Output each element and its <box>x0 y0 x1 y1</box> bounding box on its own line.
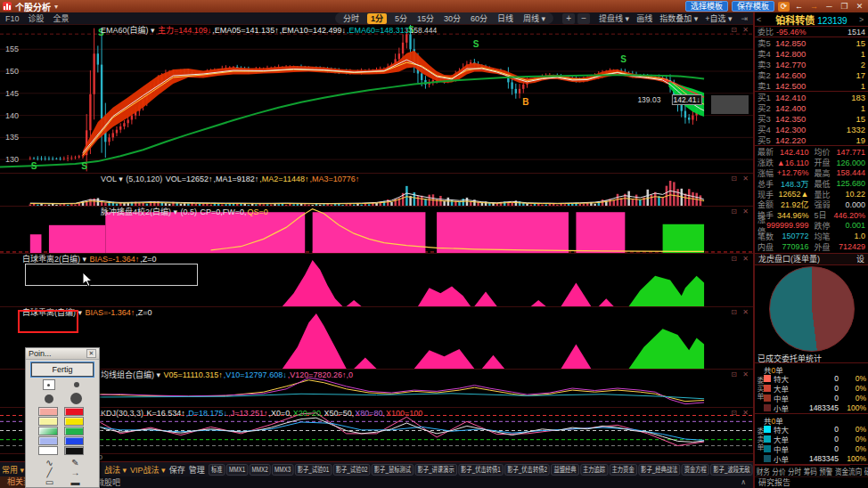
indicator-name-dropdown[interactable]: 脉冲擒盘4校2(白编) ▾ <box>101 207 177 216</box>
pen-size-large[interactable] <box>45 394 53 403</box>
tool-button[interactable]: 指数叠加 ▾ <box>659 12 698 24</box>
template-tab[interactable]: 影子_试验02 <box>332 464 370 476</box>
period-tab-30分[interactable]: 30分 <box>442 13 463 24</box>
palette-color-swatch[interactable] <box>38 427 58 435</box>
palette-color-swatch[interactable] <box>64 436 84 445</box>
palette-close-icon[interactable]: ✕ <box>86 349 96 358</box>
tool-button[interactable]: +自选 ▾ <box>705 12 732 24</box>
zoom-in-button[interactable]: + <box>562 13 575 24</box>
indicator-name-dropdown[interactable]: EMA60(白编) ▾ <box>101 26 155 35</box>
refresh-icon[interactable]: ⟳ <box>778 2 790 12</box>
quote-tab-分价[interactable]: 分价 <box>772 466 785 477</box>
period-tab-周线[interactable]: 周线 ▾ <box>521 13 547 24</box>
palette-color-swatch[interactable] <box>38 436 58 445</box>
forward-icon[interactable]: → <box>808 2 820 12</box>
back-icon[interactable]: ← <box>793 2 805 12</box>
palette-color-swatch[interactable] <box>64 446 84 455</box>
template-tab[interactable]: 影子_伏击转债2 <box>504 464 550 476</box>
bid-row[interactable]: 买5142.22019 <box>755 134 868 145</box>
close-icon[interactable]: ✕ <box>854 2 865 12</box>
period-tab-1分[interactable]: 1分 <box>367 13 387 24</box>
save-template-button[interactable]: 保存模板 <box>732 1 774 12</box>
palette-done-button[interactable]: Fertig <box>31 362 94 377</box>
quote-tab-预警[interactable]: 预警 <box>819 466 832 477</box>
period-tab-分时[interactable]: 分时 <box>341 13 361 24</box>
palette-color-swatch[interactable] <box>38 407 58 416</box>
panel-kdj-indicator[interactable]: KDJ(30,3,3) K=16.534↑,D=18.175↓,J=13.251… <box>0 408 753 454</box>
panel-control-icons[interactable]: ⊡ ✕ <box>731 308 750 316</box>
indicator-name-dropdown[interactable]: 白球乖离2(白编) ▾ <box>22 255 86 264</box>
strategy-menu-button[interactable]: 战法 ▾ <box>104 464 127 476</box>
indicator-name-dropdown[interactable]: VOL ▾ <box>101 175 123 183</box>
palette-tool-icon[interactable]: ✎ <box>64 458 86 468</box>
prev-stock-icon[interactable]: < <box>757 15 764 24</box>
palette-color-swatch[interactable] <box>38 417 58 426</box>
vip-strategy-menu-button[interactable]: VIP战法 ▾ <box>130 464 166 476</box>
panel-volume[interactable]: VOL ▾ (5,10,120) VOL=12652↑,MA1=9182↑,MA… <box>0 174 753 207</box>
template-tab[interactable]: 主力追踪 <box>580 464 608 476</box>
palette-tool-icon[interactable]: ▭ <box>38 477 61 487</box>
common-menu-button[interactable]: 常用 ▾ <box>2 464 24 476</box>
diagnose-button[interactable]: 诊股 <box>29 12 45 24</box>
template-tab[interactable]: MMX1 <box>226 464 248 476</box>
quote-tab-资金流向[interactable]: 资金流向 <box>835 466 862 477</box>
palette-color-swatch[interactable] <box>64 427 84 435</box>
f10-button[interactable]: F10 <box>5 14 20 23</box>
zoom-out-button[interactable]: − <box>577 13 590 24</box>
panel-pulse-indicator[interactable]: 脉冲擒盘4校2(白编) ▾ (0.5) CP=0,FW=0,QS=0⊡ ✕ <box>0 207 753 254</box>
quote-tab-财务[interactable]: 财务 <box>757 466 770 477</box>
palette-color-swatch[interactable] <box>38 446 58 455</box>
panel-bias-indicator[interactable]: 白球乖离(自编) ▾ BIAS=-1.364↑,Z=0⊡ ✕ <box>0 307 753 370</box>
annotation-palette-window[interactable]: Poin... ✕ Fertig ∿✎╱→▭▬ <box>25 347 100 488</box>
period-tab-5分[interactable]: 5分 <box>393 13 409 24</box>
period-tab-15分[interactable]: 15分 <box>415 13 436 24</box>
indicator-name-dropdown[interactable]: KDJ(30,3,3) <box>101 409 143 418</box>
pen-size-small[interactable] <box>43 379 55 390</box>
weiguba-tab[interactable]: 微股吧 <box>96 476 120 488</box>
palette-tool-icon[interactable]: → <box>64 468 86 477</box>
period-tab-60分[interactable]: 60分 <box>469 13 489 24</box>
palette-color-swatch[interactable] <box>64 407 84 416</box>
quote-tab-筹码[interactable]: 筹码 <box>804 466 817 477</box>
palette-title-bar[interactable]: Poin... ✕ <box>26 348 99 360</box>
pen-size-xlarge[interactable] <box>70 393 82 404</box>
palette-tool-icon[interactable]: ∿ <box>38 458 61 468</box>
palette-color-swatch[interactable] <box>64 417 84 426</box>
template-tab[interactable]: 标准 <box>209 464 225 476</box>
settings-button[interactable]: 设 <box>856 253 864 264</box>
template-tab[interactable]: 主力资金 <box>609 464 636 476</box>
period-tab-日线[interactable]: 日线 <box>495 13 515 24</box>
template-tab[interactable]: 资金方程 <box>681 464 708 476</box>
panel-control-icons[interactable]: ⊡ ✕ <box>731 255 750 263</box>
restore-icon[interactable]: ❐ <box>839 2 850 12</box>
quote-tab-分时[interactable]: 分时 <box>788 466 801 477</box>
panel-control-icons[interactable]: ⊡ ✕ <box>731 26 750 34</box>
template-tab[interactable]: MMX3 <box>272 464 293 476</box>
template-tab[interactable]: 影子_伏击转债1 <box>458 464 504 476</box>
panel-control-icons[interactable]: ⊡ ✕ <box>731 175 750 183</box>
save-button[interactable]: 保存 <box>169 464 185 476</box>
template-tab[interactable]: 影子_试验01 <box>294 464 332 476</box>
panel-ma-combo-indicator[interactable]: 均线组合(自编) ▾ V05=11110.315↑,V10=12797.608↓… <box>0 370 753 408</box>
panorama-button[interactable]: 全景 <box>53 12 70 24</box>
quote-tab-研评[interactable]: 研评 <box>864 466 868 477</box>
template-tab[interactable]: 影子_经典战法 <box>638 464 680 476</box>
tool-button[interactable]: 画线 <box>636 12 652 24</box>
template-tab[interactable]: 益盟经典 <box>551 464 578 476</box>
palette-tool-icon[interactable]: ╱ <box>38 468 61 477</box>
template-tab[interactable]: 影子_鼠标测试 <box>372 464 414 476</box>
palette-tool-icon[interactable]: ▬ <box>64 477 86 487</box>
tool-button[interactable]: 提盘线 ▾ <box>599 12 629 24</box>
minimize-icon[interactable]: ─ <box>823 2 835 12</box>
indicator-name-dropdown[interactable]: 均线组合(自编) ▾ <box>101 370 160 379</box>
collapse-right-panel-icon[interactable]: ⇥ <box>741 14 748 23</box>
panel-main-kline[interactable]: SSSSSSB158.444139.03142.41↓1551501451401… <box>0 25 753 174</box>
template-tab[interactable]: 影子_讲课演示 <box>414 464 456 476</box>
manage-button[interactable]: 管理 <box>189 464 205 476</box>
template-tab[interactable]: 影子_波段无敌 <box>710 464 752 476</box>
panel-control-icons[interactable]: ⊡ ✕ <box>731 207 750 216</box>
ask-row[interactable]: 卖1142.5001 <box>755 80 868 91</box>
panel-control-icons[interactable]: ⊡ ✕ <box>731 409 750 417</box>
collapse-toolbar-icon[interactable]: ∧ <box>741 478 746 486</box>
select-template-button[interactable]: 选择模板 <box>685 1 728 12</box>
